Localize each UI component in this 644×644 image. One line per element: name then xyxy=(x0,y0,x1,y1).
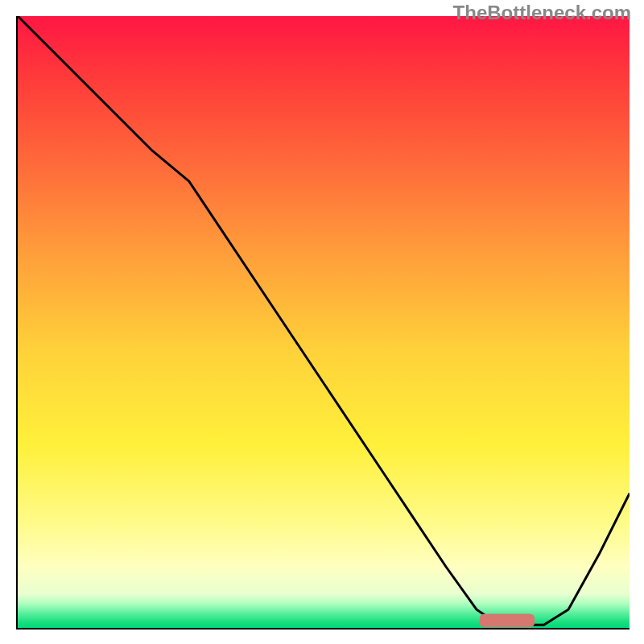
watermark-text: TheBottleneck.com xyxy=(453,2,631,24)
chart-plot-area xyxy=(16,16,630,630)
chart-svg xyxy=(18,16,630,628)
chart-optimum-marker xyxy=(480,614,535,628)
